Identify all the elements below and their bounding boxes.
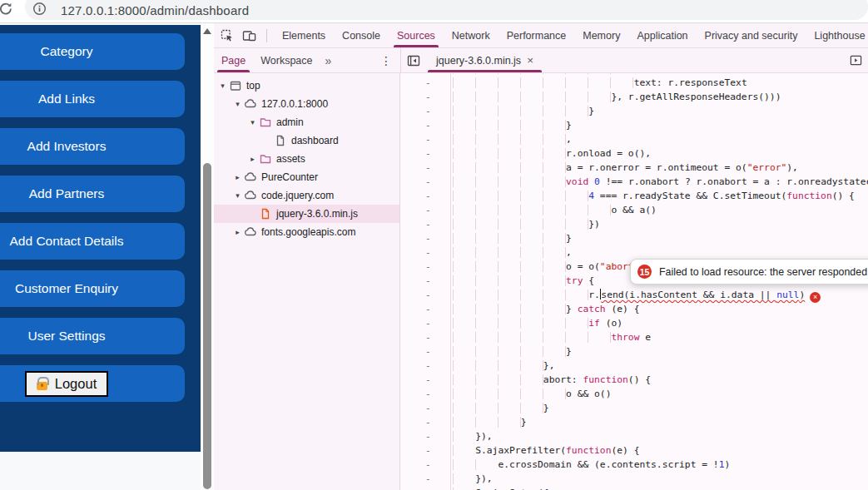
tab-network[interactable]: Network bbox=[444, 23, 498, 47]
tab-performance[interactable]: Performance bbox=[498, 23, 575, 47]
tree-item-assets[interactable]: ▸assets bbox=[214, 150, 399, 168]
code-line[interactable]: } bbox=[451, 104, 868, 118]
code-line[interactable]: abort: function() { bbox=[451, 373, 868, 387]
gutter-line-marker[interactable]: - bbox=[400, 288, 450, 302]
code-line[interactable]: text: r.responseText bbox=[451, 76, 868, 90]
code-line[interactable]: S.ajaxSetup({ bbox=[451, 486, 868, 490]
gutter-line-marker[interactable]: - bbox=[400, 472, 450, 486]
tree-item-code.jquery.com[interactable]: ▾code.jquery.com bbox=[214, 186, 399, 205]
code-line[interactable]: } bbox=[451, 415, 868, 429]
hide-navigator-icon[interactable] bbox=[401, 48, 426, 72]
gutter-line-marker[interactable]: - bbox=[400, 231, 450, 245]
sidebar-item-add-investors[interactable]: Add Investors bbox=[0, 128, 185, 165]
code-line[interactable]: S.ajaxPrefilter(function(e) { bbox=[451, 443, 868, 458]
code-line[interactable]: e.crossDomain && (e.contents.script = !1… bbox=[451, 458, 868, 472]
sidebar-item-add-contact-details[interactable]: Add Contact Details bbox=[0, 223, 185, 260]
chevron-right-icon[interactable]: ▸ bbox=[232, 228, 243, 236]
show-right-pane-icon[interactable] bbox=[844, 48, 868, 72]
tree-item-purecounter[interactable]: ▸PureCounter bbox=[214, 168, 399, 186]
gutter-line-marker[interactable]: - bbox=[400, 443, 450, 458]
scrollbar-thumb[interactable] bbox=[203, 163, 211, 489]
gutter-line-marker[interactable]: - bbox=[400, 486, 450, 490]
gutter-line-marker[interactable]: - bbox=[400, 217, 450, 231]
code-line[interactable]: }) bbox=[451, 217, 868, 231]
chevron-down-icon[interactable]: ▾ bbox=[247, 118, 258, 126]
page-info-icon[interactable] bbox=[32, 2, 47, 16]
gutter-line-marker[interactable]: - bbox=[400, 189, 450, 203]
editor-gutter[interactable]: ------------------------------- bbox=[400, 73, 450, 490]
scroll-up-icon[interactable] bbox=[203, 28, 211, 34]
tree-item-127.0.0.1-8000[interactable]: ▾127.0.0.1:8000 bbox=[214, 95, 399, 113]
gutter-line-marker[interactable]: - bbox=[400, 415, 450, 429]
code-line[interactable]: a = r.onerror = r.ontimeout = o("error")… bbox=[451, 161, 868, 175]
code-line[interactable]: 4 === r.readyState && C.setTimeout(funct… bbox=[451, 189, 868, 203]
code-line[interactable]: void 0 !== r.onabort ? r.onabort = a : r… bbox=[451, 175, 868, 189]
chevron-right-icon[interactable]: ▸ bbox=[232, 173, 243, 181]
tab-privacy-and-security[interactable]: Privacy and security bbox=[697, 23, 806, 47]
code-line[interactable]: } bbox=[451, 344, 868, 359]
gutter-line-marker[interactable]: - bbox=[400, 104, 450, 118]
device-toolbar-icon[interactable] bbox=[242, 29, 256, 42]
sidebar-item-category[interactable]: Category bbox=[0, 33, 185, 70]
code-line[interactable]: } bbox=[451, 231, 868, 245]
tab-console[interactable]: Console bbox=[334, 23, 389, 47]
page-scrollbar[interactable] bbox=[201, 23, 214, 490]
sidebar-item-add-links[interactable]: Add Links bbox=[0, 81, 185, 117]
code-line[interactable]: if (o) bbox=[451, 316, 868, 330]
file-tab-jquery[interactable]: jquery-3.6.0.min.js × bbox=[426, 48, 543, 72]
code-line[interactable]: o && o() bbox=[451, 387, 868, 401]
navigator-tab-page[interactable]: Page bbox=[214, 48, 253, 72]
tree-item-jquery-3.6.0.min.js[interactable]: jquery-3.6.0.min.js bbox=[214, 205, 399, 223]
gutter-line-marker[interactable]: - bbox=[400, 175, 450, 189]
gutter-line-marker[interactable]: - bbox=[400, 359, 450, 373]
chevron-down-icon[interactable]: ▾ bbox=[232, 191, 243, 200]
gutter-line-marker[interactable]: - bbox=[400, 344, 450, 359]
sidebar-item-add-partners[interactable]: Add Partners bbox=[0, 176, 185, 212]
code-line[interactable]: throw e bbox=[451, 330, 868, 344]
code-line[interactable]: r.onload = o(), bbox=[451, 146, 868, 161]
gutter-line-marker[interactable]: - bbox=[400, 76, 450, 90]
gutter-line-marker[interactable]: - bbox=[400, 373, 450, 387]
gutter-line-marker[interactable]: - bbox=[400, 401, 450, 415]
navigator-tab-workspace[interactable]: Workspace bbox=[253, 48, 320, 72]
reload-icon[interactable] bbox=[0, 2, 13, 17]
sidebar-item-customer-enquiry[interactable]: Customer Enquiry bbox=[0, 270, 185, 307]
tree-item-top[interactable]: ▾top bbox=[214, 77, 399, 95]
code-line[interactable]: } bbox=[451, 118, 868, 132]
gutter-line-marker[interactable]: - bbox=[400, 146, 450, 161]
chevron-right-icon[interactable]: ▸ bbox=[247, 155, 258, 163]
gutter-line-marker[interactable]: - bbox=[400, 302, 450, 316]
tab-elements[interactable]: Elements bbox=[274, 23, 334, 47]
overflow-menu-icon[interactable]: ⋮ bbox=[372, 48, 400, 72]
code-line[interactable]: } bbox=[451, 401, 868, 415]
gutter-line-marker[interactable]: - bbox=[400, 245, 450, 260]
tree-item-admin[interactable]: ▾admin bbox=[214, 113, 399, 131]
code-line[interactable]: }, bbox=[451, 359, 868, 373]
sidebar-item-user-settings[interactable]: User Settings bbox=[0, 318, 185, 354]
gutter-line-marker[interactable]: - bbox=[400, 203, 450, 217]
tab-sources[interactable]: Sources bbox=[389, 23, 444, 47]
tree-item-fonts.googleapis.com[interactable]: ▸fonts.googleapis.com bbox=[214, 223, 399, 241]
code-line[interactable]: r.send(i.hasContent && i.data || null)× bbox=[451, 288, 868, 302]
logout-button[interactable]: Logout bbox=[25, 371, 108, 397]
tab-lighthouse[interactable]: Lighthouse bbox=[806, 23, 868, 47]
url-text[interactable]: 127.0.0.1:8000/admin/dashboard bbox=[61, 3, 249, 17]
tab-application[interactable]: Application bbox=[628, 23, 696, 47]
gutter-line-marker[interactable]: - bbox=[400, 161, 450, 175]
tree-item-dashboard[interactable]: dashboard bbox=[214, 131, 399, 150]
code-line[interactable]: }), bbox=[451, 429, 868, 443]
code-line[interactable]: , bbox=[451, 132, 868, 146]
code-line[interactable]: , bbox=[451, 245, 868, 260]
gutter-line-marker[interactable]: - bbox=[400, 316, 450, 330]
gutter-line-marker[interactable]: - bbox=[400, 458, 450, 472]
inspect-element-icon[interactable] bbox=[221, 29, 234, 42]
code-line[interactable]: }), bbox=[451, 472, 868, 486]
error-icon[interactable]: × bbox=[810, 292, 821, 303]
code-line[interactable]: o && a() bbox=[451, 203, 868, 217]
gutter-line-marker[interactable]: - bbox=[400, 387, 450, 401]
gutter-line-marker[interactable]: - bbox=[400, 132, 450, 146]
gutter-line-marker[interactable]: - bbox=[400, 330, 450, 344]
close-tab-icon[interactable]: × bbox=[527, 54, 533, 67]
gutter-line-marker[interactable]: - bbox=[400, 429, 450, 443]
gutter-line-marker[interactable]: - bbox=[400, 90, 450, 104]
